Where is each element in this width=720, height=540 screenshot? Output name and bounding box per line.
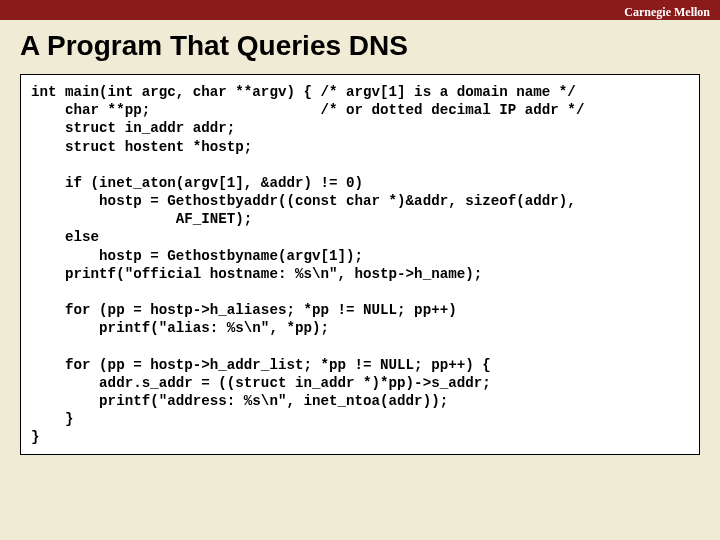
code-content: int main(int argc, char **argv) { /* arg…: [31, 83, 689, 446]
slide-title: A Program That Queries DNS: [0, 20, 720, 74]
code-box: int main(int argc, char **argv) { /* arg…: [20, 74, 700, 455]
institution-label: Carnegie Mellon: [624, 5, 710, 19]
header-bar: Carnegie Mellon: [0, 0, 720, 20]
